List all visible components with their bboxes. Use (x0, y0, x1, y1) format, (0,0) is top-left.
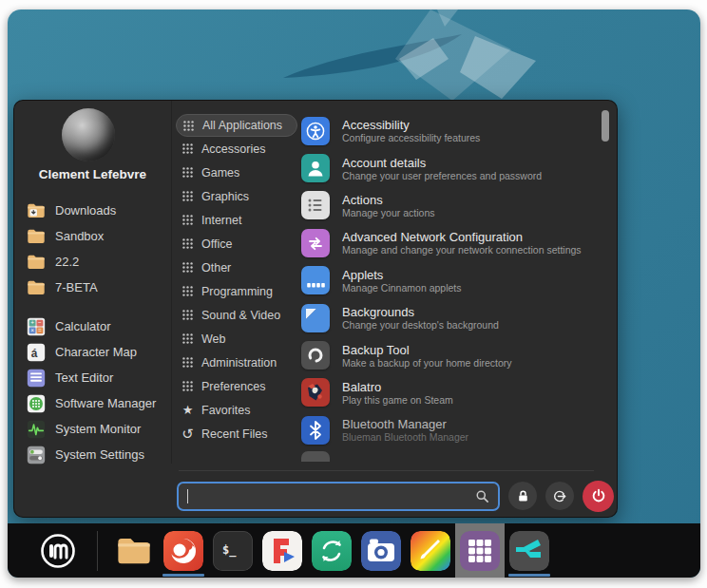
category-label: Preferences (201, 380, 265, 393)
app-balatro[interactable]: Balatro Play this game on Steam (294, 374, 594, 411)
app-applets[interactable]: Applets Manage Cinnamon applets (294, 262, 594, 299)
search-input[interactable] (190, 489, 475, 503)
search-box[interactable] (177, 482, 500, 511)
power-button[interactable] (583, 481, 614, 512)
paint-icon (411, 531, 450, 571)
application-description: Configure accessibility features (342, 132, 480, 143)
sidebar-apps: +−×= Calculator á Character Map Text Edi… (14, 313, 171, 467)
taskbar-firefox-button[interactable] (159, 523, 208, 578)
place-downloads[interactable]: Downloads (14, 198, 171, 223)
menu-bottom-row (177, 480, 608, 512)
application-title: Advanced Network Configuration (342, 230, 582, 244)
svg-text:=: = (38, 327, 42, 333)
category-administration[interactable]: Administration (176, 351, 297, 374)
lock-icon (515, 488, 531, 504)
grid-dots-icon (181, 142, 195, 156)
category-programming[interactable]: Programming (176, 279, 297, 303)
place-sandbox[interactable]: Sandbox (14, 223, 171, 249)
lock-button[interactable] (508, 482, 537, 510)
mint-menu-button[interactable] (36, 529, 80, 573)
running-indicator (162, 574, 204, 577)
place-7-beta[interactable]: 7-BETA (14, 275, 171, 300)
firefox-icon (163, 531, 203, 571)
app-account-details[interactable]: Account details Change your user prefere… (294, 149, 594, 186)
sidebar-item-label: System Settings (55, 447, 144, 462)
menu-separator (179, 470, 594, 471)
software-manager-icon (26, 393, 47, 414)
sidebar-app-character-map[interactable]: á Character Map (14, 339, 171, 365)
taskbar-f-app-button[interactable] (258, 523, 307, 578)
category-accessories[interactable]: Accessories (176, 137, 297, 161)
category-recent-files[interactable]: ↺ Recent Files (176, 422, 297, 446)
category-all-applications[interactable]: All Applications (176, 114, 297, 137)
application-title: Backup Tool (342, 343, 512, 357)
taskbar-paint-button[interactable] (406, 523, 455, 578)
category-office[interactable]: Office (176, 232, 297, 256)
sidebar-app-system-monitor[interactable]: System Monitor (14, 416, 171, 442)
grid-dots-icon (181, 260, 195, 275)
logout-button[interactable] (545, 482, 574, 510)
app-partially-visible (301, 451, 330, 462)
application-description: Make a backup of your home directory (342, 357, 512, 369)
application-title: Bluetooth Manager (342, 417, 468, 431)
category-favorites[interactable]: ★ Favorites (176, 398, 297, 422)
svg-text:$_: $_ (222, 543, 237, 558)
star-icon: ★ (181, 403, 195, 417)
grid-dots-icon (181, 237, 195, 251)
grid-dots-icon (181, 308, 195, 322)
sidebar-app-calculator[interactable]: +−×= Calculator (14, 313, 171, 339)
user-name: Clement Lefebvre (14, 167, 171, 181)
taskbar-terminal-button[interactable]: $_ (208, 523, 258, 578)
application-description: Blueman Bluetooth Manager (342, 431, 468, 443)
category-preferences[interactable]: Preferences (176, 374, 297, 398)
category-label: Web (201, 332, 225, 346)
app-backup-tool[interactable]: Backup Tool Make a backup of your home d… (294, 336, 594, 373)
balatro-icon (301, 378, 330, 407)
taskbar-sync-tool-button[interactable] (307, 523, 356, 578)
network-icon (301, 229, 330, 257)
category-label: Administration (201, 356, 277, 370)
scrollbar-thumb[interactable] (602, 110, 609, 142)
grid-dots-icon (181, 332, 195, 346)
warpinator-icon (509, 531, 549, 571)
app-grid-icon (460, 531, 500, 571)
application-description: Change your user preferences and passwor… (342, 170, 542, 181)
backup-icon (301, 341, 330, 370)
taskbar-file-manager-button[interactable] (109, 523, 159, 578)
app-accessibility[interactable]: Accessibility Configure accessibility fe… (294, 112, 594, 149)
category-graphics[interactable]: Graphics (176, 184, 297, 208)
sidebar-app-system-settings[interactable]: System Settings (14, 442, 171, 467)
system-monitor-icon (26, 419, 47, 440)
sidebar-item-label: 22.2 (55, 255, 79, 269)
backgrounds-icon (301, 304, 330, 332)
sidebar-places: Downloads Sandbox 22.2 7-BETA (14, 198, 171, 300)
app-advanced-network-configuration[interactable]: Advanced Network Configuration Manage an… (294, 224, 594, 261)
category-label: Other (201, 261, 231, 275)
category-games[interactable]: Games (176, 161, 297, 184)
app-backgrounds[interactable]: Backgrounds Change your desktop's backgr… (294, 299, 594, 336)
folder-icon (26, 226, 47, 247)
taskbar-warpinator-button[interactable] (505, 523, 554, 578)
app-actions[interactable]: Actions Manage your actions (294, 187, 594, 224)
logout-icon (552, 488, 568, 504)
search-icon (475, 489, 489, 503)
category-internet[interactable]: Internet (176, 208, 297, 232)
category-web[interactable]: Web (176, 327, 297, 351)
sidebar-app-software-manager[interactable]: Software Manager (14, 390, 171, 416)
category-sound-video[interactable]: Sound & Video (176, 303, 297, 327)
taskbar-screenshot-button[interactable] (356, 523, 406, 578)
category-label: Office (201, 237, 232, 251)
category-label: Graphics (201, 190, 249, 203)
application-title: Backgrounds (342, 305, 499, 319)
category-other[interactable]: Other (176, 256, 297, 279)
place-22-2[interactable]: 22.2 (14, 249, 171, 275)
application-description: Manage your actions (342, 207, 434, 218)
taskbar-app-grid-button[interactable] (455, 523, 505, 578)
account-icon (301, 154, 330, 182)
grid-dots-icon (181, 213, 195, 227)
sidebar-app-text-editor[interactable]: Text Editor (14, 365, 171, 390)
category-label: Favorites (201, 404, 250, 417)
grid-dots-icon (181, 355, 195, 370)
app-bluetooth-manager[interactable]: Bluetooth Manager Blueman Bluetooth Mana… (294, 411, 594, 448)
application-list: Accessibility Configure accessibility fe… (294, 112, 594, 462)
